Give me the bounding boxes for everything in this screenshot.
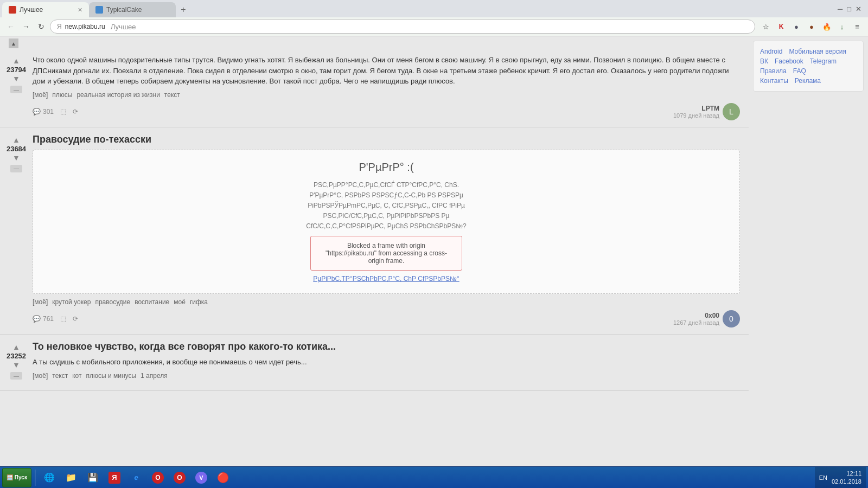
- tag-text-3[interactable]: текст: [52, 372, 68, 380]
- tag-education[interactable]: воспитание: [135, 298, 169, 306]
- downvote-1[interactable]: ▼: [12, 75, 20, 82]
- post-1: ▲ 23794 ▼ — Что около одной машины подоз…: [0, 48, 749, 127]
- tab-label-typicalcake: TypicalCake: [106, 6, 142, 14]
- addon-icon-2[interactable]: ●: [805, 20, 818, 33]
- tag-cat[interactable]: кот: [72, 372, 81, 380]
- post-text-1: Что около одной машины подозрительные ти…: [33, 55, 740, 87]
- sidebar-link-mobile[interactable]: Мобильная версия: [789, 48, 846, 55]
- post-footer-2: 💬 761 ⬚ ⟳ 0x00 1267 дней назад: [33, 310, 740, 328]
- taskbar: 🪟 Пуск 🌐 📁 💾 Я e O O V 🔴: [0, 466, 868, 488]
- browser-window: Лучшее ✕ TypicalCake + ─ □ ✕ ← → ↻ Я new…: [0, 0, 868, 488]
- post-tags-1: [моё] плюсы реальная история из жизни те…: [33, 91, 740, 99]
- taskbar-ie2[interactable]: e: [126, 468, 146, 487]
- tab-luchshee[interactable]: Лучшее ✕: [2, 2, 89, 17]
- taskbar-ie-icon: 🌐: [43, 472, 55, 484]
- sidebar: Android Мобильная версия ВК Facebook Tel…: [749, 36, 868, 466]
- tab-favicon-typicalcake: [95, 6, 103, 14]
- sidebar-link-facebook[interactable]: Facebook: [775, 57, 803, 65]
- kaspersky-icon[interactable]: K: [775, 20, 788, 33]
- sidebar-link-faq[interactable]: FAQ: [793, 67, 806, 75]
- comments-action-2[interactable]: 💬 761: [33, 315, 54, 323]
- sidebar-link-rules[interactable]: Правила: [760, 67, 787, 75]
- start-button[interactable]: 🪟 Пуск: [2, 468, 31, 487]
- taskbar-chrome[interactable]: 🔴: [213, 468, 233, 487]
- new-tab-button[interactable]: +: [176, 2, 191, 17]
- vote-section-3: ▲ 23252 ▼ —: [0, 341, 33, 380]
- menu-button[interactable]: ≡: [851, 20, 864, 33]
- comment-icon-1: 💬: [33, 108, 41, 115]
- share-action-2[interactable]: ⟳: [73, 315, 78, 323]
- tag-plusminus[interactable]: плюсы и минусы: [86, 372, 136, 380]
- downvote-3[interactable]: ▼: [12, 361, 20, 369]
- vote-count-1: 23794: [7, 66, 26, 74]
- taskbar-folder[interactable]: 📁: [61, 468, 81, 487]
- upvote-2[interactable]: ▲: [12, 136, 20, 144]
- yandex-icon: Я: [57, 23, 62, 30]
- sidebar-link-ads[interactable]: Реклама: [795, 77, 821, 85]
- tag-gif[interactable]: гифка: [190, 298, 208, 306]
- embed-link[interactable]: РµРiРbС,TР°РЅСhРbРС,Р°С, СhР СfРЅРbРS№°: [44, 275, 729, 282]
- main-feed: ▲ ▲ 23794 ▼ — Что около одной машины под…: [0, 36, 749, 466]
- share-action-1[interactable]: ⟳: [73, 108, 78, 115]
- vote-count-3: 23252: [7, 352, 26, 360]
- post-text-3: А ты сидишь с мобильного приложения, и в…: [33, 357, 740, 368]
- vote-minus-1[interactable]: —: [10, 86, 22, 93]
- tag-realhistory[interactable]: реальная история из жизни: [76, 91, 159, 99]
- taskbar-yandex-icon: Я: [108, 472, 120, 484]
- embed-text: РЅС,РµРР°РС,С,РµС,СfСЃ СТР°СfРС,Р°С, СhЅ…: [44, 180, 729, 232]
- tag-text-1[interactable]: текст: [164, 91, 180, 99]
- scroll-top-button[interactable]: ▲: [9, 38, 18, 48]
- downvote-2[interactable]: ▼: [12, 154, 20, 162]
- tab-close-luchshee[interactable]: ✕: [78, 7, 82, 14]
- taskbar-viber[interactable]: V: [191, 468, 212, 487]
- vote-count-2: 23684: [7, 145, 26, 153]
- vote-section-1: ▲ 23794 ▼ —: [0, 55, 33, 93]
- addon-icon-1[interactable]: ●: [790, 20, 803, 33]
- bookmark-icon[interactable]: ☆: [760, 20, 773, 33]
- taskbar-opera2[interactable]: O: [169, 468, 190, 487]
- maximize-button[interactable]: □: [847, 5, 851, 13]
- upvote-3[interactable]: ▲: [12, 343, 20, 351]
- tab-typicalcake[interactable]: TypicalCake: [89, 2, 176, 17]
- comments-action-1[interactable]: 💬 301: [33, 108, 54, 115]
- close-browser-button[interactable]: ✕: [856, 5, 861, 13]
- refresh-button[interactable]: ↻: [35, 20, 48, 33]
- upvote-1[interactable]: ▲: [12, 57, 20, 65]
- vote-minus-2[interactable]: —: [10, 165, 22, 172]
- taskbar-folder-icon: 📁: [65, 472, 77, 484]
- tag-plusy[interactable]: плюсы: [52, 91, 72, 99]
- address-label: Лучшее: [111, 23, 136, 31]
- author-time-2: 1267 дней назад: [673, 319, 719, 326]
- taskbar-save[interactable]: 💾: [82, 468, 103, 487]
- sidebar-link-android[interactable]: Android: [760, 48, 782, 55]
- taskbar-ie2-icon: e: [130, 472, 142, 484]
- post-body-2: Правосудие по-техасски Р'РµРrР° :( РЅС,Р…: [33, 134, 749, 328]
- post-title-2[interactable]: Правосудие по-техасски: [33, 134, 740, 145]
- tag-uoker[interactable]: крутой уокер: [52, 298, 91, 306]
- tag-justice[interactable]: правосудие: [95, 298, 130, 306]
- minimize-button[interactable]: ─: [838, 5, 843, 13]
- tag-moe-3[interactable]: [моё]: [33, 372, 48, 380]
- taskbar-opera1[interactable]: O: [148, 468, 168, 487]
- back-button[interactable]: ←: [4, 20, 17, 33]
- comment-count-1: 301: [43, 108, 54, 115]
- sidebar-link-contacts[interactable]: Контакты: [760, 77, 788, 85]
- tag-moe-2[interactable]: [моё]: [33, 298, 48, 306]
- forward-button[interactable]: →: [20, 20, 33, 33]
- vote-minus-3[interactable]: —: [10, 372, 22, 380]
- tag-april[interactable]: 1 апреля: [141, 372, 168, 380]
- taskbar-yandex[interactable]: Я: [104, 468, 125, 487]
- download-icon[interactable]: ↓: [835, 20, 848, 33]
- tag-moe-2b[interactable]: моё: [174, 298, 186, 306]
- taskbar-ie[interactable]: 🌐: [39, 468, 60, 487]
- addon-icon-3[interactable]: 🔥: [820, 20, 833, 33]
- sidebar-link-vk[interactable]: ВК: [760, 57, 768, 65]
- save-action-1[interactable]: ⬚: [60, 108, 66, 115]
- post-title-3[interactable]: То неловкое чувство, когда все говорят п…: [33, 341, 740, 352]
- address-bar[interactable]: Я new.pikabu.ru Лучшее: [50, 20, 755, 34]
- save-action-2[interactable]: ⬚: [60, 315, 66, 323]
- tab-label-luchshee: Лучшее: [20, 6, 43, 14]
- tag-moe-1[interactable]: [моё]: [33, 91, 48, 99]
- sidebar-link-telegram[interactable]: Telegram: [810, 57, 837, 65]
- address-text: new.pikabu.ru: [65, 23, 105, 30]
